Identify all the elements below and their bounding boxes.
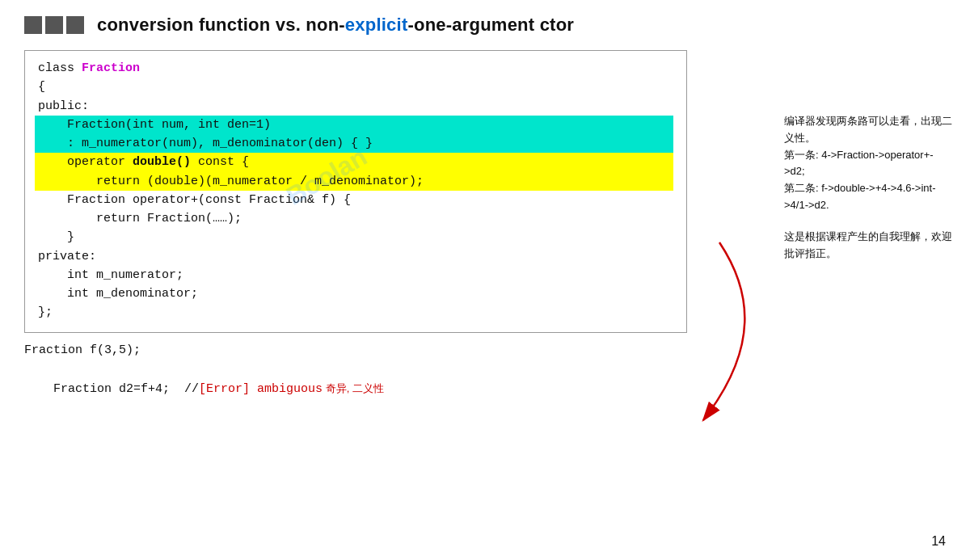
header: conversion function vs. non-explicit-one… xyxy=(0,0,970,44)
code-line-4: Fraction(int num, int den=1) xyxy=(35,116,673,134)
page-title: conversion function vs. non-explicit-one… xyxy=(97,15,574,36)
right-section-1: 编译器发现两条路可以走看，出现二义性。第一条: 4->Fraction->ope… xyxy=(784,113,954,214)
title-after: -one-argument ctor xyxy=(407,15,574,35)
icon-block-2 xyxy=(45,16,63,34)
below-line2-before: Fraction d2=f+4; // xyxy=(53,382,199,396)
right-section-2: 这是根据课程产生的自我理解，欢迎批评指正。 xyxy=(784,229,954,263)
code-line-2: { xyxy=(38,78,673,96)
below-line2-chinese: 奇异, 二义性 xyxy=(323,382,384,394)
title-before: conversion function vs. non- xyxy=(97,15,345,35)
code-line-9: return Fraction(……); xyxy=(38,209,673,228)
below-line2-error: [Error] ambiguous xyxy=(199,382,323,396)
page-number: 14 xyxy=(931,534,946,549)
code-line-11: private: xyxy=(38,247,673,266)
code-line-7: return (double)(m_numerator / m_denomina… xyxy=(35,172,673,191)
code-line-12: int m_numerator; xyxy=(38,266,673,284)
icon-block-1 xyxy=(24,16,42,34)
code-box: class Fraction { public: Fraction(int nu… xyxy=(24,50,687,333)
keyword-fraction: Fraction xyxy=(82,61,140,75)
code-line-3: public: xyxy=(38,97,673,116)
keyword-double: double() xyxy=(133,155,191,169)
header-icon-group xyxy=(24,16,84,34)
below-line-1: Fraction f(3,5); xyxy=(24,341,946,360)
code-line-1: class Fraction xyxy=(38,59,673,78)
code-line-10: } xyxy=(38,228,673,246)
right-text-2: 这是根据课程产生的自我理解，欢迎批评指正。 xyxy=(784,229,954,263)
right-panel: 编译器发现两条路可以走看，出现二义性。第一条: 4->Fraction->ope… xyxy=(784,113,954,276)
below-line-2: Fraction d2=f+4; //[Error] ambiguous 奇异,… xyxy=(24,360,946,419)
code-line-14: }; xyxy=(38,303,673,322)
code-line-5: : m_numerator(num), m_denominator(den) {… xyxy=(35,134,673,153)
code-line-6: operator double() const { xyxy=(35,153,673,171)
code-line-13: int m_denominator; xyxy=(38,284,673,303)
below-code: Fraction f(3,5); Fraction d2=f+4; //[Err… xyxy=(24,341,946,419)
code-line-8: Fraction operator+(const Fraction& f) { xyxy=(38,191,673,209)
right-text-1: 编译器发现两条路可以走看，出现二义性。第一条: 4->Fraction->ope… xyxy=(784,113,954,214)
icon-block-3 xyxy=(66,16,84,34)
title-highlight: explicit xyxy=(345,15,408,35)
